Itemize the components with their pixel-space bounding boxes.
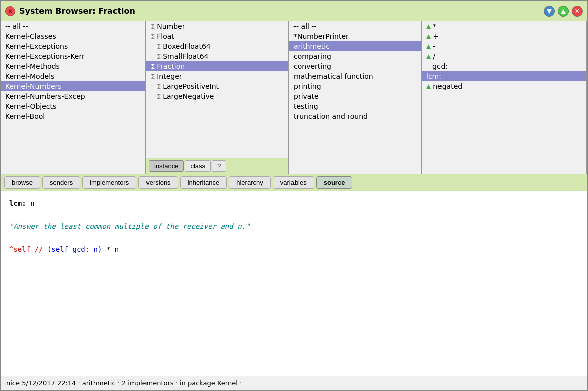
class-list[interactable]: ΣNumber ΣFloat ΣBoxedFloat64 ΣSmallFloat… [146,21,288,158]
list-item[interactable]: ▲ + [422,31,586,41]
implementors-button[interactable]: implementors [82,176,136,189]
list-item[interactable]: Kernel-Exceptions-Kerr [1,51,145,61]
list-item[interactable]: ΣSmallFloat64 [146,51,288,61]
help-tab[interactable]: ? [212,160,226,172]
main-window: × System Browser: Fraction ▼ ▲ ✕ -- all … [0,0,588,391]
browse-button[interactable]: browse [4,176,40,189]
code-comment: "Answer the least common multiple of the… [9,222,250,230]
list-item[interactable]: comparing [289,51,421,61]
title-bar-left: × System Browser: Fraction [5,6,135,16]
scroll-down-button[interactable]: ▼ [544,6,555,17]
title-bar-controls: ▼ ▲ ✕ [544,6,583,17]
list-item[interactable]: -- all -- [1,21,145,31]
list-item[interactable]: Kernel-Objects [1,101,145,111]
list-item[interactable]: ΣLargeNegative [146,91,288,101]
method-param: n [30,199,34,207]
list-item[interactable]: mathematical function [289,71,421,81]
source-button[interactable]: source [316,176,353,189]
method-name: lcm: [9,199,26,207]
list-item[interactable]: Kernel-Numbers [1,81,145,91]
list-item[interactable]: Kernel-Numbers-Excep [1,91,145,101]
versions-button[interactable]: versions [138,176,178,189]
list-item[interactable]: ΣBoxedFloat64 [146,41,288,51]
list-item[interactable]: ▲ / [422,51,586,61]
list-item[interactable]: arithmetic [289,41,421,51]
title-bar: × System Browser: Fraction ▼ ▲ ✕ [1,1,587,21]
method-list[interactable]: ▲ * ▲ + ▲ - ▲ / gcd: [422,21,586,174]
list-item[interactable]: -- all -- [289,21,421,31]
category-list[interactable]: -- all -- Kernel-Classes Kernel-Exceptio… [1,21,145,174]
method-icon: ▲ [426,53,431,60]
method-category-panel: -- all -- *NumberPrinter arithmetic comp… [289,21,422,174]
method-icon: ▲ [426,33,431,40]
list-item[interactable]: Kernel-Methods [1,61,145,71]
status-bar: nice 5/12/2017 22:14 · arithmetic · 2 im… [1,376,587,390]
list-item[interactable]: ΣFraction [146,61,288,71]
list-item[interactable]: ▲ * [422,21,586,31]
list-item[interactable]: Kernel-Models [1,71,145,81]
list-item[interactable]: ΣFloat [146,31,288,41]
code-blank-line [9,210,579,220]
list-item[interactable]: printing [289,81,421,91]
list-item[interactable]: lcm: [422,71,586,81]
code-editor[interactable]: lcm: n "Answer the least common multiple… [1,191,587,376]
action-toolbar: browse senders implementors versions inh… [1,174,587,191]
list-item[interactable]: ▲ negated [422,81,586,91]
list-item[interactable]: private [289,91,421,101]
code-keyword: (self gcd: n) [47,245,102,253]
list-item[interactable]: ΣNumber [146,21,288,31]
variables-button[interactable]: variables [273,176,314,189]
method-panel: ▲ * ▲ + ▲ - ▲ / gcd: [422,21,587,174]
status-text: nice 5/12/2017 22:14 · arithmetic · 2 im… [6,379,242,387]
list-item[interactable]: testing [289,101,421,111]
method-signature-line: lcm: n [9,198,579,209]
close-window-button[interactable]: ✕ [572,6,583,17]
list-item[interactable]: Kernel-Classes [1,31,145,41]
panels-area: -- all -- Kernel-Classes Kernel-Exceptio… [1,21,587,174]
code-body-line: ^self // (self gcd: n) * n [9,244,579,255]
list-item[interactable]: truncation and round [289,111,421,121]
method-icon: ▲ [426,83,431,90]
instance-tab[interactable]: instance [149,160,184,172]
instance-class-tabs: instance class ? [146,158,288,174]
list-item[interactable]: *NumberPrinter [289,31,421,41]
method-icon: ▲ [426,43,431,50]
code-blank-line [9,233,579,243]
list-item[interactable]: ▲ - [422,41,586,51]
method-icon: ▲ [426,23,431,30]
list-item[interactable]: ΣLargePositiveInt [146,81,288,91]
scroll-up-button[interactable]: ▲ [558,6,569,17]
class-tab[interactable]: class [185,160,211,172]
close-button[interactable]: × [5,6,15,16]
list-item[interactable]: Kernel-Exceptions [1,41,145,51]
list-item[interactable]: ΣInteger [146,71,288,81]
code-return-symbol: ^self // [9,245,43,253]
list-item[interactable]: converting [289,61,421,71]
code-comment-line: "Answer the least common multiple of the… [9,221,579,232]
class-panel: ΣNumber ΣFloat ΣBoxedFloat64 ΣSmallFloat… [146,21,289,174]
method-category-list[interactable]: -- all -- *NumberPrinter arithmetic comp… [289,21,421,174]
category-panel: -- all -- Kernel-Classes Kernel-Exceptio… [1,21,146,174]
list-item[interactable]: Kernel-Bool [1,111,145,121]
inheritance-button[interactable]: inheritance [180,176,227,189]
hierarchy-button[interactable]: hierarchy [229,176,270,189]
senders-button[interactable]: senders [42,176,80,189]
list-item[interactable]: gcd: [422,61,586,71]
window-title: System Browser: Fraction [19,6,135,16]
